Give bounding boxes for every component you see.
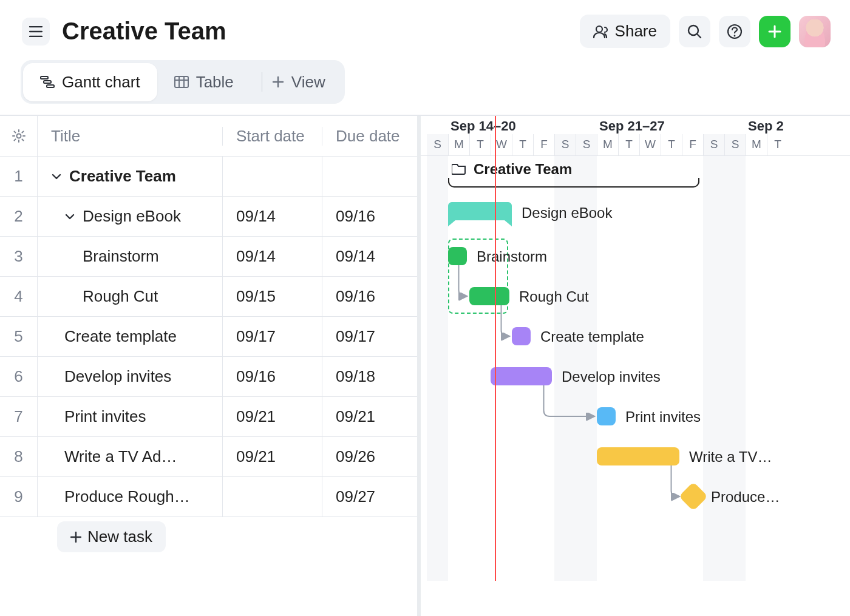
gantt-bar-label: Create template — [540, 328, 644, 345]
gantt-chart[interactable]: Sep 14–20Sep 21–27Sep 2 SMTWTFSSMTWTFSSM… — [421, 116, 850, 616]
gantt-bar-label: Write a TV… — [689, 448, 772, 465]
tab-gantt-label: Gantt chart — [62, 73, 140, 92]
due-date-cell[interactable]: 09/26 — [322, 437, 417, 476]
task-title-cell[interactable]: Rough Cut — [38, 277, 223, 316]
settings-button[interactable] — [0, 116, 38, 156]
table-icon — [174, 76, 189, 88]
help-button[interactable] — [719, 16, 750, 47]
day-header: M — [448, 134, 469, 155]
day-header: S — [724, 134, 746, 155]
timeline-header: Sep 14–20Sep 21–27Sep 2 SMTWTFSSMTWTFSSM… — [421, 116, 850, 156]
due-date-cell[interactable]: 09/21 — [322, 397, 417, 436]
start-date-cell[interactable]: 09/15 — [223, 277, 322, 316]
gantt-task-bar[interactable] — [491, 367, 552, 385]
gantt-task-bar[interactable] — [448, 247, 467, 265]
svg-point-3 — [734, 35, 736, 36]
svg-point-8 — [16, 134, 21, 138]
gantt-task-bar[interactable] — [597, 407, 616, 425]
table-row: 1Creative Team — [0, 156, 417, 196]
add-button[interactable] — [759, 16, 790, 47]
due-date-cell[interactable] — [322, 157, 417, 196]
weekend-stripe — [724, 156, 746, 581]
start-date-cell[interactable]: 09/14 — [223, 197, 322, 236]
task-title-cell[interactable]: Brainstorm — [38, 237, 223, 276]
day-header: F — [533, 134, 554, 155]
week-label: Sep 21–27 — [599, 118, 665, 134]
row-number: 5 — [0, 317, 38, 356]
add-view-button[interactable]: View — [251, 63, 342, 101]
svg-rect-4 — [41, 76, 48, 79]
plus-icon — [768, 25, 781, 38]
help-icon — [727, 24, 743, 39]
gantt-task-bar[interactable] — [512, 327, 531, 345]
task-title-cell[interactable]: Create template — [38, 317, 223, 356]
task-title-cell[interactable]: Print invites — [38, 397, 223, 436]
svg-rect-7 — [175, 76, 188, 87]
svg-point-0 — [596, 26, 602, 32]
view-tabs: Gantt chart Table View — [21, 60, 345, 104]
tab-separator — [262, 72, 262, 92]
task-title-cell[interactable]: Creative Team — [38, 157, 223, 196]
start-date-cell[interactable] — [223, 157, 322, 196]
task-table: Title Start date Due date 1Creative Team… — [0, 116, 421, 616]
row-number: 4 — [0, 277, 38, 316]
day-header: S — [427, 134, 448, 155]
column-title[interactable]: Title — [38, 127, 223, 146]
plus-icon — [70, 532, 81, 543]
start-date-cell[interactable]: 09/17 — [223, 317, 322, 356]
task-title-cell[interactable]: Write a TV Ad… — [38, 437, 223, 476]
row-number: 8 — [0, 437, 38, 476]
people-icon — [593, 25, 609, 38]
gear-icon — [12, 129, 26, 143]
task-title: Creative Team — [69, 167, 176, 186]
row-number: 9 — [0, 477, 38, 516]
gantt-bar-label: Brainstorm — [477, 248, 547, 265]
start-date-cell[interactable]: 09/16 — [223, 357, 322, 396]
user-avatar[interactable] — [799, 16, 831, 47]
weekend-stripe — [703, 156, 724, 581]
day-header: T — [618, 134, 639, 155]
plus-icon — [272, 76, 284, 88]
start-date-cell[interactable]: 09/21 — [223, 397, 322, 436]
gantt-task-bar[interactable] — [469, 287, 509, 305]
gantt-group-header[interactable]: Creative Team — [452, 161, 572, 178]
due-date-cell[interactable]: 09/27 — [322, 477, 417, 516]
page-title[interactable]: Creative Team — [62, 18, 568, 45]
column-start-date[interactable]: Start date — [223, 127, 322, 146]
gantt-group-label: Creative Team — [474, 161, 572, 178]
row-number: 7 — [0, 397, 38, 436]
due-date-cell[interactable]: 09/16 — [322, 277, 417, 316]
due-date-cell[interactable]: 09/17 — [322, 317, 417, 356]
new-task-button[interactable]: New task — [57, 521, 166, 552]
gantt-bar-label: Design eBook — [522, 205, 612, 222]
hamburger-icon — [29, 26, 42, 37]
day-header: M — [597, 134, 618, 155]
table-row: 9Produce Rough…09/27 — [0, 476, 417, 516]
tab-gantt[interactable]: Gantt chart — [23, 63, 157, 101]
task-title-cell[interactable]: Design eBook — [38, 197, 223, 236]
add-view-label: View — [291, 73, 325, 92]
svg-rect-5 — [44, 81, 51, 83]
due-date-cell[interactable]: 09/14 — [322, 237, 417, 276]
start-date-cell[interactable]: 09/14 — [223, 237, 322, 276]
table-row: 4Rough Cut09/1509/16 — [0, 276, 417, 316]
column-due-date[interactable]: Due date — [322, 127, 417, 146]
gantt-task-bar[interactable] — [597, 447, 679, 465]
day-header: S — [554, 134, 576, 155]
search-button[interactable] — [679, 16, 710, 47]
tab-table[interactable]: Table — [157, 63, 251, 101]
hamburger-menu-button[interactable] — [22, 18, 50, 46]
due-date-cell[interactable]: 09/18 — [322, 357, 417, 396]
chevron-down-icon[interactable] — [64, 211, 75, 222]
day-header: F — [682, 134, 703, 155]
chevron-down-icon[interactable] — [51, 171, 62, 182]
task-title: Brainstorm — [83, 247, 159, 266]
table-row: 2Design eBook09/1409/16 — [0, 196, 417, 236]
task-title-cell[interactable]: Produce Rough… — [38, 477, 223, 516]
due-date-cell[interactable]: 09/16 — [322, 197, 417, 236]
task-title-cell[interactable]: Develop invites — [38, 357, 223, 396]
share-button[interactable]: Share — [580, 15, 670, 48]
gantt-summary-bar[interactable] — [448, 202, 512, 220]
start-date-cell[interactable] — [223, 477, 322, 516]
start-date-cell[interactable]: 09/21 — [223, 437, 322, 476]
